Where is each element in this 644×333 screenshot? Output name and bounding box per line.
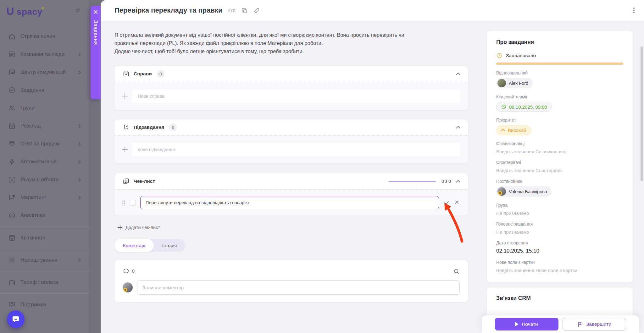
sidebar-item-analytics[interactable]: Аналітика bbox=[0, 208, 89, 223]
company-icon bbox=[8, 51, 16, 58]
priority-chip[interactable]: Високий bbox=[496, 125, 531, 135]
section-title: Справи bbox=[134, 71, 152, 77]
collapse-chevron-icon[interactable] bbox=[456, 73, 460, 77]
sidebar-item-shop[interactable]: Крамниця bbox=[0, 230, 89, 246]
coexecutors-input[interactable]: Введіть значення Співвиконавці bbox=[496, 149, 623, 154]
close-icon[interactable] bbox=[93, 9, 98, 14]
cancel-x-icon[interactable] bbox=[454, 199, 460, 206]
new-subtask-input[interactable]: нове підзавдання bbox=[132, 143, 460, 156]
parent-task-value[interactable]: Не призначено bbox=[496, 229, 623, 235]
sidebar-item-tasks[interactable]: Завдання bbox=[0, 82, 89, 98]
task-id: #70 bbox=[228, 8, 236, 13]
status-row[interactable]: Заплановано bbox=[496, 52, 623, 59]
author-name: Valeriia Башкірова bbox=[509, 189, 547, 194]
sidebar-item-schedule[interactable]: Розклад bbox=[0, 118, 89, 134]
deadline-chip[interactable]: 09.10.2025, 09:00 bbox=[496, 102, 552, 112]
field-label: Співвиконавці bbox=[496, 141, 623, 146]
field-label: Нове поле з картки bbox=[496, 260, 623, 265]
logo-text: spacy bbox=[17, 7, 42, 17]
link-icon[interactable] bbox=[253, 7, 260, 14]
checklist-item-checkbox[interactable] bbox=[130, 200, 136, 206]
chevron-right-icon bbox=[77, 142, 81, 146]
avatar bbox=[497, 79, 506, 87]
sidebar-item-company[interactable]: Компанія та люди bbox=[0, 46, 89, 62]
page-title: Перевірка перекладу та правки bbox=[114, 6, 223, 14]
sidebar-divider bbox=[0, 227, 89, 227]
sidebar-item-support[interactable]: Підтримка bbox=[0, 297, 89, 313]
comment-input[interactable]: Залиште коментар bbox=[137, 280, 460, 295]
sidebar-item-label: Налаштування bbox=[20, 257, 77, 263]
group-value[interactable]: Не призначено bbox=[496, 210, 623, 216]
kebab-menu-icon[interactable] bbox=[633, 8, 635, 13]
crm-icon bbox=[8, 140, 16, 148]
groups-icon bbox=[8, 104, 16, 112]
sidebar-item-feed[interactable]: Стрічка новин bbox=[0, 29, 89, 44]
author-chip[interactable]: Valeriia Башкірова bbox=[496, 186, 552, 197]
start-button[interactable]: Почати bbox=[495, 318, 558, 330]
checklist-header: Чек-лист 0 з 0 bbox=[114, 173, 468, 189]
sidebar-item-settings[interactable]: Налаштування bbox=[0, 252, 89, 268]
chevron-right-icon bbox=[77, 160, 81, 164]
support-chat-button[interactable] bbox=[7, 310, 25, 328]
sidebar-item-label: Автоматизація bbox=[20, 159, 77, 165]
sidebar-item-groups[interactable]: Групи bbox=[0, 100, 89, 116]
crm-title: Зв’язки CRM bbox=[496, 295, 623, 302]
sidebar-item-automation[interactable]: Автоматизація bbox=[0, 154, 89, 170]
marketing-icon bbox=[8, 194, 16, 201]
observers-input[interactable]: Введіть значення Спостерігачі bbox=[496, 168, 623, 173]
analytics-icon bbox=[8, 212, 16, 219]
page-scrollbar[interactable] bbox=[641, 46, 643, 181]
new-case-input[interactable]: Нова справа bbox=[132, 89, 460, 103]
sidebar-item-label: Стрічка новин bbox=[20, 33, 81, 40]
created-date-value: 02.10.2025, 15:10 bbox=[496, 248, 623, 254]
uspacy-logo[interactable]: U spacy bbox=[6, 5, 42, 17]
chevron-right-icon bbox=[77, 196, 81, 200]
search-icon[interactable] bbox=[453, 268, 460, 275]
confirm-check-icon[interactable] bbox=[443, 199, 450, 206]
sidebar-item-label: Розумні об'єкти bbox=[20, 177, 77, 183]
field-label: Головне завдання bbox=[496, 222, 623, 227]
sidebar: U spacy Стрічка новин Компанія та люди Ц… bbox=[0, 0, 89, 333]
responsible-chip[interactable]: Alex Ford bbox=[496, 78, 533, 88]
help-icon bbox=[8, 301, 16, 308]
chevron-up-icon bbox=[501, 129, 505, 133]
custom-field-input[interactable]: Введіть значення Нове поле з картки bbox=[496, 268, 623, 273]
description-line: Я отримала великий документ від нашої по… bbox=[114, 31, 468, 39]
sidebar-item-marketing[interactable]: Маркетинг bbox=[0, 190, 89, 205]
pin-sidebar-icon[interactable] bbox=[74, 7, 81, 14]
section-title: Підзавдання bbox=[134, 124, 164, 130]
shop-icon bbox=[8, 234, 16, 242]
sidebar-item-billing[interactable]: Тариф і оплата bbox=[0, 275, 89, 290]
chevron-right-icon bbox=[77, 258, 81, 262]
task-action-bar: Почати Завершити bbox=[482, 315, 639, 333]
sidebar-item-crm[interactable]: CRM та продажі bbox=[0, 136, 89, 152]
sidebar-item-smart-objects[interactable]: Розумні об'єкти bbox=[0, 172, 89, 188]
drag-handle-icon[interactable] bbox=[122, 200, 125, 205]
avatar bbox=[497, 187, 506, 196]
add-checklist-button[interactable]: Додати чек-лист bbox=[118, 225, 160, 230]
logo-sparkle-icon bbox=[42, 7, 44, 9]
finish-button-label: Завершити bbox=[586, 321, 611, 327]
sidebar-divider bbox=[0, 249, 89, 249]
description-line: Додаю чек-лист, щоб тобі було легше оріє… bbox=[114, 47, 468, 55]
comments-count: 0 bbox=[132, 269, 135, 274]
chevron-right-icon bbox=[77, 124, 81, 128]
finish-button[interactable]: Завершити bbox=[563, 318, 626, 330]
smart-objects-icon bbox=[8, 176, 16, 183]
checklist-item-input[interactable]: Переглянути переклад на відповідність гл… bbox=[140, 196, 439, 209]
checklist-item-row: Переглянути переклад на відповідність гл… bbox=[122, 196, 460, 209]
task-description: Я отримала великий документ від нашої по… bbox=[114, 31, 468, 55]
collapse-chevron-icon[interactable] bbox=[456, 126, 460, 130]
collapse-chevron-icon[interactable] bbox=[456, 180, 460, 184]
task-details-panel: Про завдання Заплановано Відповідальний … bbox=[487, 0, 633, 333]
tab-history[interactable]: Історія bbox=[154, 239, 186, 252]
sidebar-item-communications[interactable]: Центр комунікацій bbox=[0, 64, 89, 80]
tab-comments[interactable]: Коментарі bbox=[114, 239, 154, 252]
wallet-icon bbox=[8, 279, 16, 286]
slideover-tab-label: Завдання bbox=[93, 20, 98, 45]
subtasks-body: нове підзавдання bbox=[114, 135, 468, 163]
bolt-icon bbox=[8, 158, 16, 166]
copy-icon[interactable] bbox=[241, 7, 248, 14]
slideover-tab-tasks[interactable]: Завдання bbox=[91, 6, 100, 99]
flag-icon bbox=[577, 321, 583, 327]
